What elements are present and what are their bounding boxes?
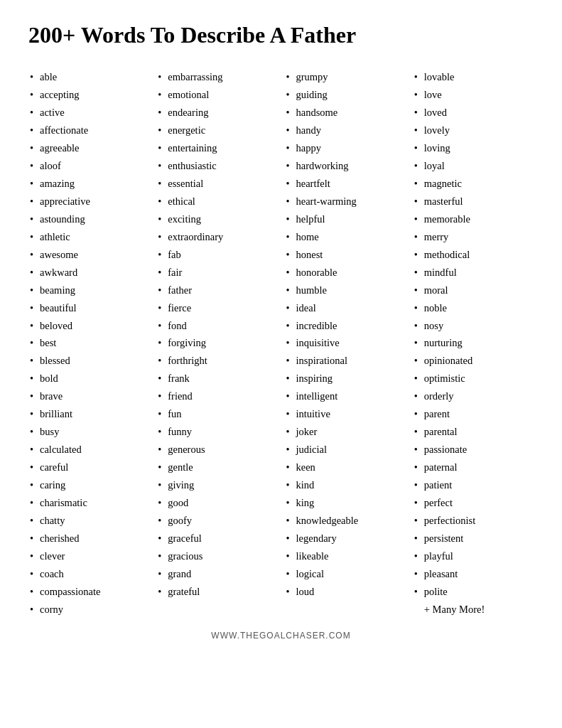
list-item: affectionate <box>28 122 149 139</box>
more-text: + Many More! <box>413 601 534 619</box>
list-item: gracious <box>156 547 277 565</box>
list-item: grateful <box>156 583 277 601</box>
list-item: handsome <box>285 104 406 122</box>
page-title: 200+ Words To Describe A Father <box>28 21 534 48</box>
list-item: masterful <box>413 193 534 210</box>
list-item: friend <box>156 387 277 405</box>
list-item: lovable <box>413 68 534 86</box>
list-item: ideal <box>285 299 406 317</box>
list-item: keen <box>285 459 406 476</box>
column-3: grumpyguidinghandsomehandyhappyhardworki… <box>285 68 406 618</box>
list-item: father <box>156 282 277 299</box>
list-item: home <box>285 228 406 246</box>
list-item: good <box>156 494 277 512</box>
word-list-1: ableacceptingactiveaffectionateagreeable… <box>28 68 149 618</box>
list-item: essential <box>156 175 277 193</box>
list-item: happy <box>285 139 406 157</box>
list-item: hardworking <box>285 157 406 175</box>
list-item: beaming <box>28 282 149 299</box>
list-item: mindful <box>413 264 534 282</box>
list-item: perfect <box>413 494 534 512</box>
list-item: generous <box>156 441 277 459</box>
list-item: charismatic <box>28 494 149 512</box>
list-item: corny <box>28 601 149 619</box>
list-item: careful <box>28 459 149 476</box>
list-item: entertaining <box>156 139 277 157</box>
list-item: clever <box>28 547 149 565</box>
list-item: persistent <box>413 530 534 547</box>
list-item: nurturing <box>413 334 534 352</box>
list-item: inquisitive <box>285 334 406 352</box>
list-item: chatty <box>28 512 149 530</box>
word-list-3: grumpyguidinghandsomehandyhappyhardworki… <box>285 68 406 600</box>
list-item: heartfelt <box>285 175 406 193</box>
list-item: awesome <box>28 246 149 264</box>
list-item: kind <box>285 476 406 494</box>
list-item: graceful <box>156 530 277 547</box>
list-item: joker <box>285 423 406 441</box>
list-item: beautiful <box>28 299 149 317</box>
list-item: parental <box>413 423 534 441</box>
column-2: embarrassingemotionalendearingenergetice… <box>156 68 277 618</box>
list-item: playful <box>413 547 534 565</box>
list-item: astounding <box>28 210 149 228</box>
list-item: love <box>413 86 534 104</box>
list-item: intuitive <box>285 405 406 423</box>
list-item: emotional <box>156 86 277 104</box>
list-item: pleasant <box>413 565 534 583</box>
list-item: accepting <box>28 86 149 104</box>
list-item: able <box>28 68 149 86</box>
list-item: busy <box>28 423 149 441</box>
list-item: incredible <box>285 317 406 335</box>
column-1: ableacceptingactiveaffectionateagreeable… <box>28 68 149 618</box>
list-item: heart-warming <box>285 193 406 210</box>
list-item: forthright <box>156 352 277 370</box>
list-item: perfectionist <box>413 512 534 530</box>
list-item: memorable <box>413 210 534 228</box>
list-item: extraordinary <box>156 228 277 246</box>
list-item: patient <box>413 476 534 494</box>
list-item: gentle <box>156 459 277 476</box>
list-item: calculated <box>28 441 149 459</box>
list-item: giving <box>156 476 277 494</box>
list-item: loud <box>285 583 406 601</box>
list-item: fair <box>156 264 277 282</box>
list-item: forgiving <box>156 334 277 352</box>
list-item: loving <box>413 139 534 157</box>
list-item: exciting <box>156 210 277 228</box>
list-item: intelligent <box>285 387 406 405</box>
list-item: methodical <box>413 246 534 264</box>
list-item: endearing <box>156 104 277 122</box>
list-item: noble <box>413 299 534 317</box>
list-item: grand <box>156 565 277 583</box>
list-item: amazing <box>28 175 149 193</box>
list-item: frank <box>156 370 277 387</box>
list-item: handy <box>285 122 406 139</box>
list-item: fab <box>156 246 277 264</box>
list-item: moral <box>413 282 534 299</box>
list-item: orderly <box>413 387 534 405</box>
list-item: brave <box>28 387 149 405</box>
list-item: king <box>285 494 406 512</box>
list-item: nosy <box>413 317 534 335</box>
list-item: loved <box>413 104 534 122</box>
list-item: legendary <box>285 530 406 547</box>
list-item: logical <box>285 565 406 583</box>
list-item: awkward <box>28 264 149 282</box>
list-item: athletic <box>28 228 149 246</box>
list-item: bold <box>28 370 149 387</box>
list-item: merry <box>413 228 534 246</box>
list-item: inspirational <box>285 352 406 370</box>
list-item: passionate <box>413 441 534 459</box>
word-list-2: embarrassingemotionalendearingenergetice… <box>156 68 277 600</box>
list-item: helpful <box>285 210 406 228</box>
list-item: caring <box>28 476 149 494</box>
list-item: compassionate <box>28 583 149 601</box>
list-item: coach <box>28 565 149 583</box>
list-item: knowledgeable <box>285 512 406 530</box>
list-item: optimistic <box>413 370 534 387</box>
list-item: best <box>28 334 149 352</box>
list-item: polite <box>413 583 534 601</box>
list-item: loyal <box>413 157 534 175</box>
list-item: enthusiastic <box>156 157 277 175</box>
